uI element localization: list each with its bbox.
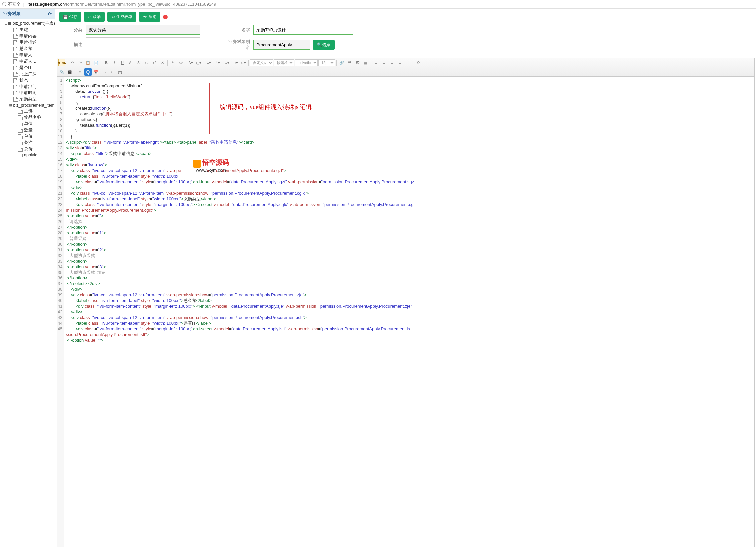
address-bar: ⓘ 不安全 | test1.agilebpm.cn/form/formDef/f… (0, 0, 756, 9)
main-panel: 💾保存 ↩取消 ⚙生成表单 👁预览 分类 名字 描述 (55, 9, 756, 547)
copy-icon[interactable]: 📋 (84, 59, 92, 66)
annotation-text: 编辑源码，vue组件混入特殊js 逻辑 (220, 103, 312, 111)
font-icon[interactable]: A̲ (127, 59, 134, 66)
italic-icon[interactable]: I (111, 59, 118, 66)
tree-leaf[interactable]: 状态 (9, 77, 55, 83)
watermark-icon (193, 160, 201, 168)
sigma-icon[interactable]: Σ (108, 68, 116, 75)
code-icon[interactable]: <> (177, 59, 184, 66)
tree-root-1[interactable]: ⊟biz_procurement(主表) (5, 20, 55, 27)
media-icon[interactable]: 🎬 (66, 68, 73, 75)
error-indicator-icon (163, 15, 168, 19)
tree-leaf[interactable]: 数量 (14, 127, 55, 133)
paragraph-select[interactable]: 段落格式 (274, 59, 294, 66)
strike-icon[interactable]: S̶ (135, 59, 142, 66)
text-color-icon[interactable]: A▾ (187, 59, 194, 66)
tree-leaf[interactable]: 申请时间 (9, 90, 55, 96)
align-left-icon[interactable]: ≡ (372, 59, 380, 66)
indent-icon[interactable]: ⇥▾ (232, 59, 239, 66)
tree-leaf[interactable]: 申请内容 (9, 33, 55, 39)
tree-leaf[interactable]: 总价 (14, 146, 55, 152)
security-warning: ⓘ 不安全 (2, 1, 21, 7)
url: test1.agilebpm.cn/form/formDef/formDefEd… (28, 2, 216, 7)
tree-leaf[interactable]: 申请人 (9, 52, 55, 58)
align-right-icon[interactable]: ≡ (388, 59, 396, 66)
tree-leaf[interactable]: 主键 (9, 27, 55, 33)
outdent-icon[interactable]: ⇤▾ (240, 59, 247, 66)
align-icon[interactable]: ≡▾ (224, 59, 231, 66)
table-icon[interactable]: ▦ (362, 59, 369, 66)
ul-icon[interactable]: ⋮▾ (213, 59, 221, 66)
cancel-button[interactable]: ↩取消 (84, 12, 105, 22)
action-toolbar: 💾保存 ↩取消 ⚙生成表单 👁预览 (55, 9, 756, 25)
source-editor[interactable]: 1234567891011121314151617181920212223242… (57, 76, 755, 547)
size-select[interactable]: 12px (318, 59, 335, 66)
date-icon[interactable]: 📅 (92, 68, 100, 75)
name-label: 名字 (227, 27, 253, 33)
tree-leaf[interactable]: applyId (14, 152, 55, 158)
tree-root-2[interactable]: ⊟biz_procurement_item( (9, 102, 55, 108)
ol-icon[interactable]: ≡▾ (205, 59, 213, 66)
image-icon[interactable]: 🖼 (354, 59, 361, 66)
tree-leaf[interactable]: 是否IT (9, 65, 55, 71)
unlink-icon[interactable]: ⛓ (346, 59, 353, 66)
tree-leaf[interactable]: 用途描述 (9, 39, 55, 46)
special-icon[interactable]: Ω (415, 59, 422, 66)
tree-leaf[interactable]: 总金额 (9, 46, 55, 52)
link-icon[interactable]: 🔗 (338, 59, 345, 66)
fullscreen-icon[interactable]: ⛶ (423, 59, 430, 66)
sidebar-header: 业务对象 ⟳ (0, 9, 55, 19)
search-icon[interactable]: Q (84, 68, 92, 75)
alias-label: 业务对象别名 (227, 39, 253, 51)
preview-button[interactable]: 👁预览 (139, 12, 160, 22)
sidebar: 业务对象 ⟳ ⊟biz_procurement(主表) 主键申请内容用途描述总金… (0, 9, 55, 547)
form-icon[interactable]: ▭ (100, 68, 108, 75)
tree-leaf[interactable]: 申请人ID (9, 58, 55, 65)
font-select[interactable]: Helvetica ! (295, 59, 318, 66)
emoji-icon[interactable]: ☺ (76, 68, 84, 75)
sub-icon[interactable]: x₂ (143, 59, 150, 66)
object-tree[interactable]: ⊟biz_procurement(主表) 主键申请内容用途描述总金额申请人申请人… (0, 19, 55, 547)
quote-icon[interactable]: ❝ (169, 59, 176, 66)
tree-leaf[interactable]: 备注 (14, 140, 55, 146)
tree-leaf[interactable]: 采购类型 (9, 96, 55, 102)
tree-leaf[interactable]: 申请部门 (9, 83, 55, 90)
justify-icon[interactable]: ≡ (396, 59, 404, 66)
tree-leaf[interactable]: 主键 (14, 108, 55, 114)
name-input[interactable] (253, 25, 353, 35)
category-input[interactable] (86, 25, 200, 35)
tree-leaf[interactable]: 单价 (14, 133, 55, 140)
desc-label: 描述 (59, 42, 86, 48)
var-icon[interactable]: {x} (116, 68, 124, 75)
bg-color-icon[interactable]: ▢▾ (195, 59, 202, 66)
category-label: 分类 (59, 27, 86, 33)
tree-leaf[interactable]: 北上广深 (9, 71, 55, 77)
editor-toolbar: HTML ↶ ↷ 📋 📄 B I U A̲ S̶ x₂ x² ✕ ❝ <> A▾… (57, 58, 755, 76)
paste-icon[interactable]: 📄 (92, 59, 100, 66)
watermark: 悟空源码 www.5kym.com (193, 158, 229, 173)
html-source-button[interactable]: HTML (58, 59, 65, 66)
generate-form-button[interactable]: ⚙生成表单 (107, 12, 136, 22)
custom-tag-select[interactable]: 自定义标签 (250, 59, 273, 66)
redo-icon[interactable]: ↷ (76, 59, 84, 66)
select-alias-button[interactable]: 🔍选择 (313, 40, 335, 50)
save-button[interactable]: 💾保存 (59, 12, 81, 22)
clear-format-icon[interactable]: ✕ (159, 59, 166, 66)
desc-textarea[interactable] (86, 37, 200, 52)
align-center-icon[interactable]: ≡ (380, 59, 388, 66)
tree-leaf[interactable]: 单位 (14, 121, 55, 127)
refresh-icon[interactable]: ⟳ (48, 11, 52, 16)
underline-icon[interactable]: U (119, 59, 126, 66)
tree-leaf[interactable]: 物品名称 (14, 114, 55, 121)
bold-icon[interactable]: B (103, 59, 110, 66)
sup-icon[interactable]: x² (151, 59, 158, 66)
alias-input[interactable] (253, 40, 310, 50)
attach-icon[interactable]: 📎 (58, 68, 65, 75)
hr-icon[interactable]: — (407, 59, 414, 66)
undo-icon[interactable]: ↶ (68, 59, 76, 66)
